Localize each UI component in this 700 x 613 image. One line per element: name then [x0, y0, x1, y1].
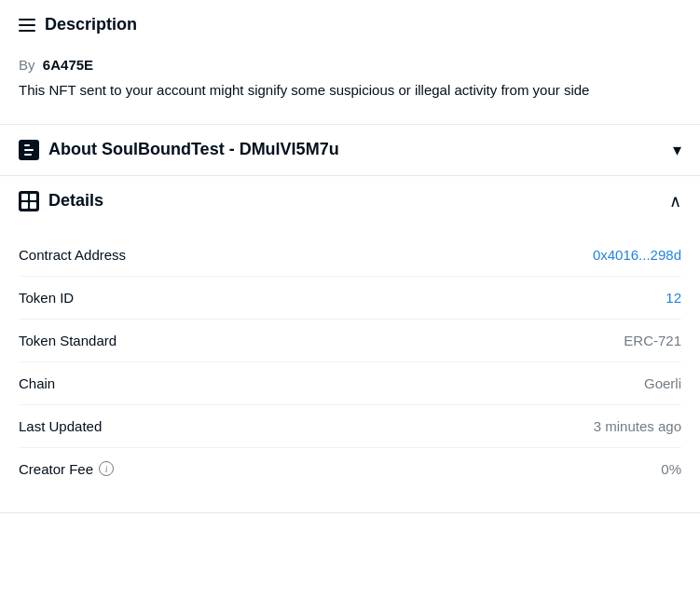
about-icon-inner — [24, 144, 34, 156]
detail-value: 0% — [661, 461, 681, 477]
details-header[interactable]: Details ∧ — [0, 176, 700, 226]
description-title: Description — [45, 15, 137, 34]
detail-label: Last Updated — [19, 418, 102, 434]
about-icon-line-2 — [24, 149, 34, 151]
details-icon — [19, 191, 39, 211]
detail-value: Goerli — [644, 375, 681, 391]
about-icon-line-3 — [24, 154, 32, 156]
details-body: Contract Address0x4016...298dToken ID12T… — [0, 226, 700, 512]
description-by: By 6A475E — [19, 57, 681, 73]
detail-value[interactable]: 0x4016...298d — [593, 247, 681, 263]
detail-label: Token ID — [19, 290, 74, 306]
details-section: Details ∧ Contract Address0x4016...298dT… — [0, 176, 700, 513]
description-text: This NFT sent to your account might sign… — [19, 80, 681, 102]
details-icon-inner — [21, 194, 36, 209]
about-icon-line-1 — [24, 144, 30, 146]
info-icon[interactable]: i — [99, 461, 114, 476]
details-icon-cell-3 — [21, 202, 28, 209]
about-header-left: About SoulBoundTest - DMulVI5M7u — [19, 140, 339, 160]
details-icon-cell-4 — [30, 202, 36, 209]
detail-row: Last Updated3 minutes ago — [19, 405, 681, 448]
about-icon — [19, 140, 39, 160]
detail-value[interactable]: 12 — [666, 290, 681, 306]
about-header[interactable]: About SoulBoundTest - DMulVI5M7u ▾ — [0, 125, 700, 175]
details-icon-cell-1 — [21, 194, 28, 200]
detail-row: ChainGoerli — [19, 362, 681, 405]
detail-label: Creator Feei — [19, 461, 114, 477]
detail-value: ERC-721 — [624, 333, 681, 348]
detail-row: Contract Address0x4016...298d — [19, 234, 681, 277]
details-header-left: Details — [19, 191, 103, 211]
detail-label: Token Standard — [19, 333, 117, 348]
details-icon-cell-2 — [30, 194, 36, 200]
about-title: About SoulBoundTest - DMulVI5M7u — [48, 140, 339, 159]
by-address: 6A475E — [43, 57, 93, 73]
detail-label: Contract Address — [19, 247, 126, 263]
menu-icon — [19, 19, 35, 32]
chevron-down-icon: ▾ — [673, 140, 681, 160]
by-label: By — [19, 57, 35, 73]
description-header: Description — [0, 0, 700, 49]
detail-row: Token ID12 — [19, 277, 681, 320]
description-header-left: Description — [19, 15, 137, 34]
detail-row: Token StandardERC-721 — [19, 320, 681, 362]
detail-label: Chain — [19, 375, 55, 391]
description-body: By 6A475E This NFT sent to your account … — [0, 49, 700, 124]
chevron-up-icon: ∧ — [669, 191, 681, 211]
about-section: About SoulBoundTest - DMulVI5M7u ▾ — [0, 125, 700, 176]
description-section: Description By 6A475E This NFT sent to y… — [0, 0, 700, 125]
details-title: Details — [48, 191, 103, 211]
detail-value: 3 minutes ago — [594, 418, 681, 434]
detail-row: Creator Feei0% — [19, 448, 681, 490]
